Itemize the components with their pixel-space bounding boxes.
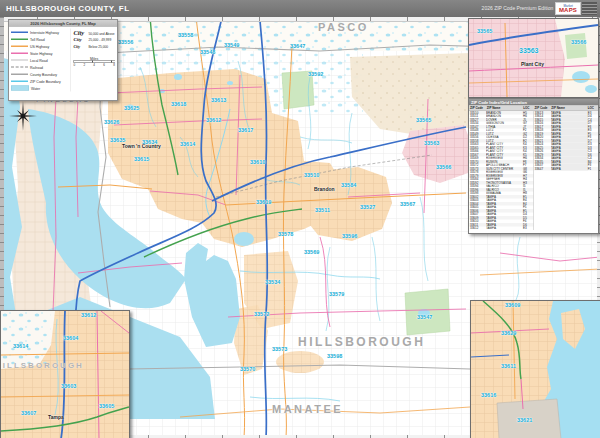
inset-north-tampa-art xyxy=(1,311,129,438)
zip-code-label: 33616 xyxy=(481,392,496,398)
map-poster: HILLSBOROUGH COUNTY, FL 2026 ZIP Code Pr… xyxy=(0,0,600,438)
legend-swatch xyxy=(11,38,28,40)
city-class-row: City Below 25,000 xyxy=(73,45,115,53)
legend-item: State Highway xyxy=(11,50,70,57)
city-sample: City xyxy=(73,29,88,37)
scale-line xyxy=(73,60,115,63)
legend-item: US Highway xyxy=(11,43,70,50)
legend-item: Interstate Highway xyxy=(11,29,70,36)
zip-table-left: 33510 BRANDON H5 33511 BRANDON H6 33527 … xyxy=(469,111,533,230)
legend-item: Local Road xyxy=(11,57,70,64)
zip-code-label: 33566 xyxy=(571,39,586,45)
publisher-logo: Market MAPS xyxy=(555,2,597,15)
zip-code-label: 33629 xyxy=(501,330,516,336)
legend-item: Toll Road xyxy=(11,36,70,43)
legend-swatch xyxy=(11,52,28,54)
scale-tick: 0 xyxy=(73,63,75,66)
legend-swatch xyxy=(11,60,28,61)
legend-item: County Boundary xyxy=(11,71,70,78)
inset-south-tampa-art xyxy=(471,301,600,438)
legend-swatch xyxy=(11,86,29,91)
compass-rose xyxy=(8,100,40,134)
zip-table-row: 33612 TAMPA E3 xyxy=(469,227,533,231)
zip-code-label: 33621 xyxy=(517,417,532,423)
city-class-row: City 25,000 - 49,999 xyxy=(73,37,115,45)
zip-code-label: 33603 xyxy=(61,383,76,389)
legend-items: Interstate Highway Toll Road US Highway … xyxy=(11,29,70,92)
scale-tick: 2 xyxy=(83,63,85,66)
legend-item: ZIP Code Boundary xyxy=(11,78,70,85)
zip-table-right: 33613 TAMPA E3 33614 TAMPA D4 33615 TAMP… xyxy=(533,111,598,230)
logo-text-block xyxy=(582,2,597,15)
scale-tick: 8 xyxy=(113,63,115,66)
scale-tick: 4 xyxy=(93,63,95,66)
zip-code-label: 33614 xyxy=(13,343,28,349)
map-title: HILLSBOROUGH COUNTY, FL xyxy=(0,4,129,13)
zip-code-label: 33607 xyxy=(21,410,36,416)
inset-south-tampa: 3360933629336113361633621 xyxy=(470,300,600,438)
zip-code-label: 33612 xyxy=(81,312,96,318)
city-label: Tampa xyxy=(48,414,64,420)
legend-item: Railroad xyxy=(11,64,70,71)
zip-table-row: 33647 TAMPA F1 xyxy=(534,167,598,171)
edition-label: 2026 ZIP Code Premium Edition xyxy=(481,6,553,12)
county-watermark: HILLSBOROUGH xyxy=(0,361,84,370)
legend: 2026 Hillsborough County, FL Map Interst… xyxy=(8,19,118,101)
legend-swatch xyxy=(11,80,28,82)
zip-code-label: 33605 xyxy=(99,403,114,409)
legend-swatch xyxy=(11,67,28,68)
scale-tick: 6 xyxy=(103,63,105,66)
scale-ticks: 02468 xyxy=(73,63,115,66)
city-class-row: City 50,000 and Above xyxy=(73,29,115,37)
logo-wordmark: Market MAPS xyxy=(555,2,581,15)
zip-code-label: 33604 xyxy=(63,335,78,341)
scale-bar: Miles 02468 xyxy=(73,57,115,67)
zip-code-label: 33563 xyxy=(519,47,538,54)
inset-plant-city: 335653356333566 Plant City xyxy=(468,18,599,98)
legend-swatch xyxy=(11,31,28,33)
legend-swatch xyxy=(11,45,28,47)
zip-code-label: 33611 xyxy=(501,363,516,369)
city-label: Plant City xyxy=(521,61,544,67)
inset-north-tampa: HILLSBOROUGH 336123360433614336033360733… xyxy=(0,310,130,438)
legend-swatch xyxy=(11,73,28,75)
zip-code-index-table: ZIP Code Index/Grid Location ZIP Code ZI… xyxy=(468,98,599,234)
zip-code-label: 33609 xyxy=(505,302,520,308)
title-bar: HILLSBOROUGH COUNTY, FL 2026 ZIP Code Pr… xyxy=(0,0,600,17)
city-sample: City xyxy=(73,37,88,43)
legend-city-classes: City 50,000 and Above City 25,000 - 49,9… xyxy=(73,29,115,53)
city-sample: City xyxy=(73,45,88,50)
legend-title: 2026 Hillsborough County, FL Map xyxy=(9,20,117,27)
legend-item: Water xyxy=(11,85,70,92)
zip-code-label: 33565 xyxy=(477,28,492,34)
